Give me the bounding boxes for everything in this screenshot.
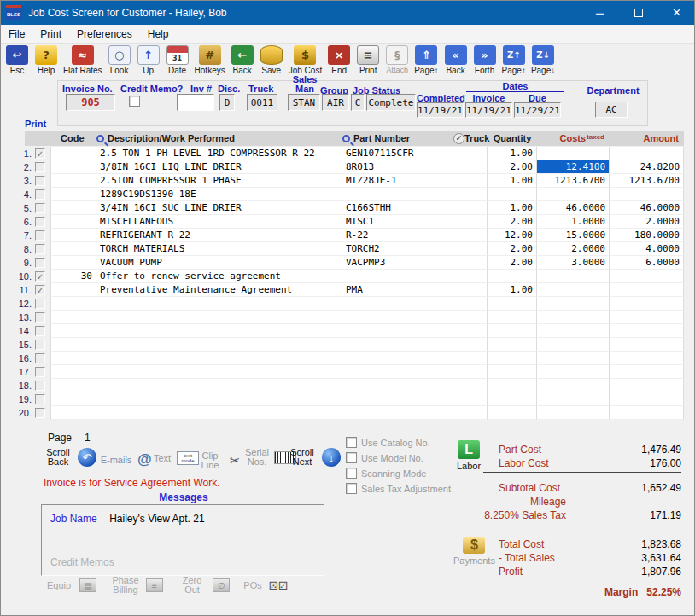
description-cell[interactable]: 2.5TON COMPRESSOR 1 PHASE	[96, 174, 342, 188]
truck-cell[interactable]	[464, 311, 488, 324]
amount-cell[interactable]	[610, 379, 684, 392]
code-cell[interactable]	[50, 147, 96, 160]
truck-cell[interactable]	[464, 256, 488, 270]
description-cell[interactable]: 3/8IN 16CI LIQ LINE DRIER	[96, 160, 342, 174]
option-use-catalog[interactable]: Use Catalog No.	[346, 437, 430, 448]
truck-cell[interactable]	[464, 406, 488, 420]
amount-cell[interactable]: 1213.6700	[610, 174, 684, 188]
maximize-button[interactable]	[619, 1, 657, 25]
truck-cell[interactable]	[464, 188, 488, 201]
print-checkbox[interactable]	[35, 338, 50, 352]
job-status-field[interactable]: Complete	[366, 94, 416, 111]
toolbar-button-save[interactable]: Save	[257, 44, 286, 80]
code-cell[interactable]	[50, 297, 96, 311]
cost-cell[interactable]: 1213.6700	[537, 174, 610, 188]
print-checkbox[interactable]	[35, 270, 50, 283]
cost-cell[interactable]: 1.0000	[537, 215, 610, 229]
equip-button[interactable]: Equip	[42, 578, 96, 592]
invoice-date-field[interactable]: 11/19/21	[465, 102, 512, 118]
description-cell[interactable]	[96, 324, 342, 338]
code-cell[interactable]	[50, 215, 96, 229]
amount-cell[interactable]	[610, 365, 684, 379]
code-cell[interactable]	[50, 242, 96, 256]
description-cell[interactable]: Offer to renew service agreement	[96, 270, 342, 283]
amount-cell[interactable]: 2.0000	[610, 215, 684, 229]
description-cell[interactable]	[96, 379, 342, 392]
close-button[interactable]: ×	[657, 1, 695, 25]
part-number-cell[interactable]: GEN107115CFR	[342, 147, 464, 160]
quantity-cell[interactable]	[488, 365, 537, 379]
text-button[interactable]: Text text mode	[151, 451, 199, 465]
truck-cell[interactable]	[464, 324, 488, 338]
print-checkbox[interactable]	[35, 324, 50, 338]
menu-file[interactable]: File	[1, 26, 32, 43]
truck-cell[interactable]	[464, 270, 488, 283]
print-checkbox[interactable]	[35, 242, 50, 256]
part-number-cell[interactable]	[342, 324, 464, 338]
scroll-next-button[interactable]: Scroll Next	[286, 448, 341, 467]
cost-cell[interactable]: 3.0000	[537, 256, 610, 270]
code-cell[interactable]: 30	[50, 270, 96, 283]
scroll-back-button[interactable]: Scroll Back	[42, 448, 96, 467]
toolbar-button-print[interactable]: Print	[353, 44, 383, 80]
print-checkbox[interactable]	[35, 365, 50, 379]
amount-cell[interactable]	[610, 392, 684, 406]
quantity-cell[interactable]: 1.00	[488, 147, 537, 160]
pos-button[interactable]: POs	[242, 578, 289, 592]
toolbar-button-page-up[interactable]: Page↑	[412, 44, 441, 80]
truck-cell[interactable]	[464, 229, 488, 242]
clip-line-button[interactable]: Clip Line	[194, 451, 241, 470]
print-checkbox[interactable]	[35, 392, 50, 406]
cost-cell[interactable]	[537, 188, 610, 201]
part-number-cell[interactable]	[342, 365, 464, 379]
part-number-cell[interactable]	[342, 338, 464, 352]
truck-cell[interactable]	[464, 297, 488, 311]
phase-billing-button[interactable]: Phase Billing	[108, 576, 163, 595]
toolbar-button-date[interactable]: Date	[163, 44, 192, 80]
code-cell[interactable]	[50, 283, 96, 297]
quantity-cell[interactable]: 1.00	[488, 174, 537, 188]
quantity-cell[interactable]	[488, 188, 537, 201]
sales-tax-adjustment-checkbox[interactable]	[346, 483, 357, 494]
code-cell[interactable]	[50, 256, 96, 270]
scanning-mode-checkbox[interactable]	[346, 468, 357, 479]
menu-help[interactable]: Help	[140, 26, 177, 43]
description-cell[interactable]	[96, 406, 342, 420]
description-search-icon[interactable]	[96, 135, 104, 142]
option-scanning-mode[interactable]: Scanning Mode	[346, 468, 426, 479]
use-catalog-checkbox[interactable]	[346, 437, 357, 448]
truck-cell[interactable]	[464, 174, 488, 188]
description-cell[interactable]: 2.5 TON 1 PH LEVEL 1RD COMPRESSOR R-22	[96, 147, 342, 160]
code-cell[interactable]	[50, 352, 96, 365]
amount-cell[interactable]: 180.0000	[610, 229, 684, 242]
inv-num-field[interactable]	[177, 94, 214, 111]
invoice-no-field[interactable]: 905	[66, 94, 115, 111]
part-number-cell[interactable]	[342, 406, 464, 420]
print-checkbox[interactable]	[35, 147, 50, 160]
emails-button[interactable]: E-mails	[98, 451, 152, 468]
minimize-button[interactable]: ─	[581, 1, 619, 25]
cost-cell[interactable]: 46.0000	[537, 201, 610, 215]
truck-cell[interactable]	[464, 379, 488, 392]
truck-cell[interactable]	[464, 352, 488, 365]
description-cell[interactable]: 1289C19DS1390-18E	[96, 188, 342, 201]
code-cell[interactable]	[50, 338, 96, 352]
cost-cell[interactable]	[537, 379, 610, 392]
menu-print[interactable]: Print	[32, 26, 69, 43]
part-number-cell[interactable]: TORCH2	[342, 242, 464, 256]
part-number-cell[interactable]	[342, 352, 464, 365]
cost-cell[interactable]: 15.0000	[537, 229, 610, 242]
print-checkbox[interactable]	[35, 311, 50, 324]
disc-field[interactable]: D	[219, 94, 235, 111]
print-checkbox[interactable]	[35, 379, 50, 392]
print-checkbox[interactable]	[35, 188, 50, 201]
code-cell[interactable]	[50, 365, 96, 379]
zero-out-button[interactable]: Zero Out	[175, 576, 230, 595]
truck-cell[interactable]	[464, 338, 488, 352]
description-cell[interactable]	[96, 297, 342, 311]
part-number-cell[interactable]	[342, 270, 464, 283]
part-number-cell[interactable]: MTZ28JE-1	[342, 174, 464, 188]
truck-cell[interactable]	[464, 201, 488, 215]
description-cell[interactable]: 3/4IN 16CI SUC LINE DRIER	[96, 201, 342, 215]
description-cell[interactable]: REFRIGERANT R 22	[96, 229, 342, 242]
